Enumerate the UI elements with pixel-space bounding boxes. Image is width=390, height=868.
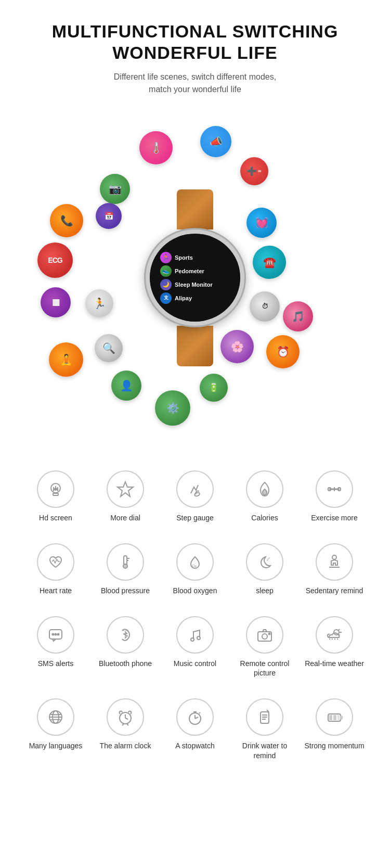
menu-label-sports: Sports: [175, 254, 193, 261]
bubble-person: 👤: [111, 371, 141, 401]
menu-dot-alipay: 支: [160, 292, 172, 304]
many-languages-label: Many languages: [29, 741, 83, 750]
menu-dot-sports: 🏃: [160, 252, 172, 263]
feature-sms-alerts: SMS alerts: [24, 616, 87, 678]
svg-point-19: [332, 555, 336, 559]
watch-face: 🏃 Sports 👟 Pedometer 🌙 Sleep Monitor 支 A…: [146, 229, 244, 326]
bubble-timer: ⏱: [250, 291, 280, 322]
features-row-4: Many languages The alarm clock: [21, 698, 369, 760]
more-dial-icon: [107, 470, 144, 508]
watch-band-top: [177, 189, 213, 230]
menu-sleep: 🌙 Sleep Monitor: [160, 279, 230, 290]
bubble-thermometer: 🌡️: [139, 131, 173, 164]
svg-marker-6: [118, 482, 133, 496]
bubble-settings: ⚙️: [155, 390, 190, 426]
bubble-qr: ▦: [41, 287, 71, 317]
feature-alarm-clock: The alarm clock: [94, 698, 157, 760]
feature-blood-pressure: Blood pressure: [94, 543, 157, 595]
alarm-clock-label: The alarm clock: [100, 741, 151, 750]
svg-point-7: [194, 492, 200, 496]
svg-rect-1: [53, 493, 58, 495]
svg-point-23: [55, 633, 57, 635]
bubble-sit: 🧘: [49, 342, 83, 377]
blood-oxygen-label: Blood oxygen: [173, 586, 217, 595]
bubble-ecg: ECG: [37, 242, 73, 278]
svg-point-24: [58, 633, 59, 635]
page-header: MULTIFUNCTIONAL SWITCHING WONDERFUL LIFE…: [0, 0, 390, 101]
strong-momentum-icon: [316, 698, 353, 736]
bubble-calculator: ➕＝: [240, 157, 268, 185]
svg-rect-50: [341, 716, 342, 719]
page-title: MULTIFUNCTIONAL SWITCHING WONDERFUL LIFE: [31, 21, 359, 63]
feature-remote-picture: Remote control picture: [233, 616, 296, 678]
feature-hd-screen: Hd screen: [24, 470, 87, 522]
features-row-3: SMS alerts Bluetooth phone Music contr: [21, 616, 369, 678]
bluetooth-phone-label: Bluetooth phone: [99, 659, 152, 668]
svg-point-3: [55, 488, 57, 490]
heart-rate-label: Heart rate: [40, 586, 72, 595]
feature-bluetooth-phone: Bluetooth phone: [94, 616, 157, 678]
heart-rate-icon: [37, 543, 74, 581]
bubble-music: 🎵: [283, 301, 313, 331]
feature-sleep: z z sleep: [233, 543, 296, 595]
realtime-weather-icon: [316, 616, 353, 654]
features-row-2: Heart rate Blood pressure O₂ Blood oxyg: [21, 543, 369, 595]
watch-band-bottom: [177, 326, 213, 366]
hd-screen-label: Hd screen: [39, 513, 72, 522]
svg-point-28: [262, 634, 267, 639]
feature-step-gauge: Step gauge: [164, 470, 226, 522]
feature-calories: Calories: [233, 470, 296, 522]
music-control-label: Music control: [174, 659, 216, 668]
bubble-run: 🏃: [85, 289, 113, 317]
remote-picture-label: Remote control picture: [233, 659, 296, 678]
sms-alerts-label: SMS alerts: [38, 659, 73, 668]
bubble-heartrate: 💓: [246, 208, 277, 238]
remote-picture-icon: [246, 616, 283, 654]
sms-alerts-icon: [37, 616, 74, 654]
svg-point-22: [53, 633, 54, 635]
many-languages-icon: [37, 698, 74, 736]
realtime-weather-label: Real-time weather: [305, 659, 364, 668]
stopwatch-icon: [176, 698, 214, 736]
bubble-magnify: 🔍: [95, 334, 123, 362]
features-section: Hd screen More dial Step gauge: [0, 455, 390, 797]
feature-exercise-more: Exercise more: [303, 470, 366, 522]
hd-screen-icon: [37, 470, 74, 508]
svg-text:z: z: [268, 556, 270, 559]
stopwatch-label: A stopwatch: [175, 741, 215, 750]
calories-label: Calories: [251, 513, 278, 522]
svg-point-13: [123, 564, 127, 568]
bubble-phone: 📞: [50, 204, 83, 237]
menu-label-pedometer: Pedometer: [175, 268, 204, 274]
page-subtitle: Different life scenes, switch different …: [31, 71, 359, 96]
svg-point-25: [191, 638, 194, 641]
alarm-clock-icon: [107, 698, 144, 736]
step-gauge-label: Step gauge: [176, 513, 214, 522]
feature-sedentary-remind: Sedentary remind: [303, 543, 366, 595]
sedentary-remind-label: Sedentary remind: [306, 586, 363, 595]
strong-momentum-label: Strong momentum: [304, 741, 364, 750]
feature-heart-rate: Heart rate: [24, 543, 87, 595]
feature-more-dial: More dial: [94, 470, 157, 522]
watch-screen: 🏃 Sports 👟 Pedometer 🌙 Sleep Monitor 支 A…: [150, 234, 240, 322]
svg-line-36: [125, 718, 128, 719]
music-control-icon: [176, 616, 214, 654]
watch-section: 🌡️ 📣 ➕＝ 📷 📞 💓 📅 ECG ☎️ ▦ 🏃 🎵 ⏱ 🧘 🔍: [0, 101, 390, 455]
feature-strong-momentum: Strong momentum: [303, 698, 366, 760]
svg-rect-51: [329, 715, 332, 720]
svg-line-38: [127, 724, 128, 725]
bubble-camera: 📷: [100, 174, 130, 204]
step-gauge-icon: [176, 470, 214, 508]
feature-blood-oxygen: O₂ Blood oxygen: [164, 543, 226, 595]
sedentary-remind-icon: [316, 543, 353, 581]
menu-label-alipay: Alipay: [175, 295, 192, 301]
exercise-more-icon: [316, 470, 353, 508]
feature-many-languages: Many languages: [24, 698, 87, 760]
menu-dot-pedometer: 👟: [160, 265, 172, 277]
svg-rect-52: [333, 715, 336, 720]
menu-sports: 🏃 Sports: [160, 252, 230, 263]
blood-oxygen-icon: O₂: [176, 543, 214, 581]
blood-pressure-icon: [107, 543, 144, 581]
bluetooth-phone-icon: [107, 616, 144, 654]
svg-text:O₂: O₂: [192, 564, 197, 568]
